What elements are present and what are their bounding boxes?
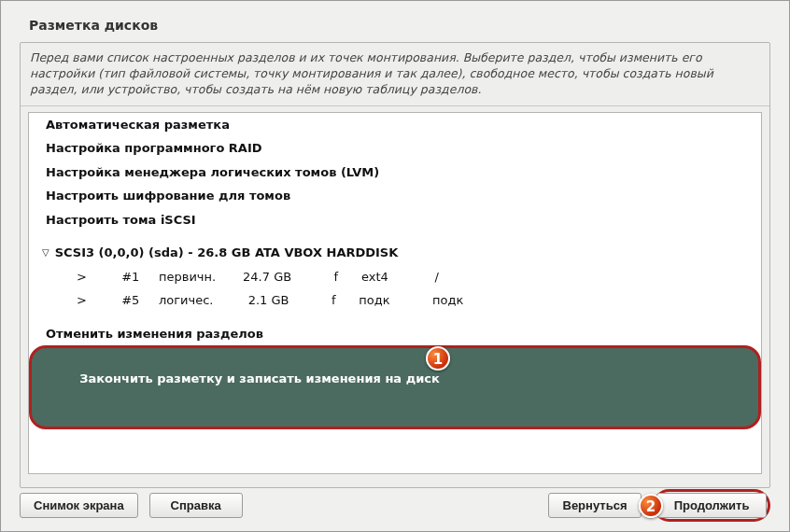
item-auto-partition[interactable]: Автоматическая разметка [29, 113, 761, 137]
annotation-badge-2: 2 [639, 494, 663, 518]
continue-highlight: 2 Продолжить [653, 489, 770, 522]
partition-listbox[interactable]: Автоматическая разметка Настройка програ… [28, 112, 762, 474]
partition-5[interactable]: > #5 логичес. 2.1 GB f подк подк [29, 288, 761, 313]
screenshot-button[interactable]: Снимок экрана [20, 493, 138, 518]
window-title: Разметка дисков [20, 18, 770, 33]
item-undo-changes[interactable]: Отменить изменения разделов [29, 322, 761, 346]
footer-bar: Снимок экрана Справка Вернуться 2 Продол… [20, 489, 770, 522]
partition-1[interactable]: > #1 первичн. 24.7 GB f ext4 / [29, 265, 761, 289]
help-button[interactable]: Справка [149, 493, 243, 518]
item-lvm[interactable]: Настройка менеджера логических томов (LV… [29, 161, 761, 185]
back-button[interactable]: Вернуться [548, 493, 642, 518]
finish-label: Закончить разметку и записать изменения … [79, 371, 440, 385]
expand-triangle-icon: ▽ [42, 245, 49, 259]
disk-sda[interactable]: ▽ SCSI3 (0,0,0) (sda) - 26.8 GB ATA VBOX… [29, 241, 761, 265]
spacer [29, 231, 761, 241]
item-encrypt[interactable]: Настроить шифрование для томов [29, 184, 761, 208]
disk-label: SCSI3 (0,0,0) (sda) - 26.8 GB ATA VBOX H… [55, 244, 399, 262]
continue-button[interactable]: Продолжить [656, 493, 767, 518]
annotation-badge-1: 1 [426, 346, 450, 371]
content-panel: Перед вами список настроенных разделов и… [20, 42, 770, 488]
instruction-text: Перед вами список настроенных разделов и… [21, 43, 769, 106]
item-finish-partitioning[interactable]: Закончить разметку и записать изменения … [29, 345, 761, 429]
installer-window: Разметка дисков Перед вами список настро… [0, 0, 790, 532]
spacer [29, 313, 761, 322]
item-iscsi[interactable]: Настроить тома iSCSI [29, 208, 761, 232]
item-software-raid[interactable]: Настройка программного RAID [29, 136, 761, 161]
